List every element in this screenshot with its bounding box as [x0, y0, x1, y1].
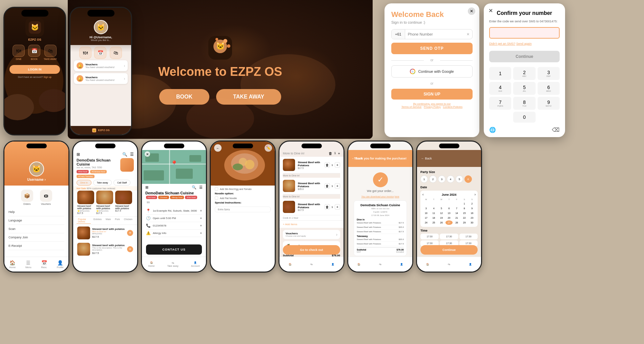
- takeaway-icon[interactable]: 🛍: [44, 45, 57, 57]
- back-btn-thanks[interactable]: ← Back: [352, 157, 362, 160]
- cal-day-26[interactable]: 26: [438, 220, 445, 225]
- plus-icon-1[interactable]: +: [338, 151, 340, 155]
- popular-item-2[interactable]: Stewed beef with potatos This is the des…: [73, 241, 137, 257]
- cat-main[interactable]: Main: [104, 217, 112, 224]
- send-otp-button[interactable]: SEND OTP: [391, 43, 473, 54]
- back-button-food[interactable]: ←: [214, 144, 222, 152]
- qty-minus-3[interactable]: 🗑: [325, 204, 330, 210]
- key-4[interactable]: 4GHI: [489, 82, 511, 95]
- cal-day-16[interactable]: 16: [468, 211, 476, 215]
- nav-home-2[interactable]: 🏠Home: [148, 261, 155, 267]
- cat-popular[interactable]: Popular Dishes: [77, 217, 91, 224]
- menu-help[interactable]: Help: [8, 208, 64, 216]
- cal-day-1[interactable]: 1: [461, 201, 468, 206]
- add-icon-2[interactable]: +: [200, 216, 202, 220]
- key-5[interactable]: 5JKL: [513, 82, 535, 95]
- search-icon[interactable]: 🔍: [122, 152, 127, 157]
- cal-day-9[interactable]: 9: [468, 206, 476, 211]
- key-6[interactable]: 6MNO: [538, 82, 560, 95]
- menu-language[interactable]: Language: [8, 216, 64, 225]
- add-icon[interactable]: +: [200, 209, 202, 213]
- cal-day-12[interactable]: 12: [438, 211, 445, 215]
- grid-icon[interactable]: ⊞: [77, 152, 80, 157]
- party-1[interactable]: 1: [420, 175, 428, 183]
- menu-company[interactable]: Company Join: [8, 233, 64, 242]
- cal-day-18[interactable]: 18: [430, 216, 438, 220]
- key-7[interactable]: 7PQRS: [489, 97, 511, 110]
- cal-day-15[interactable]: 15: [461, 211, 468, 215]
- edit-icon[interactable]: ✏️: [265, 144, 272, 152]
- trash-icon[interactable]: 🗑: [329, 151, 332, 155]
- profile-username[interactable]: Username ›: [27, 178, 45, 181]
- noodle-checkbox[interactable]: [215, 196, 218, 200]
- cal-day-2[interactable]: 2: [468, 201, 476, 206]
- vouchers-action[interactable]: 🎟 Vouchers: [40, 190, 52, 205]
- menu-scan[interactable]: Scan: [8, 225, 64, 233]
- nav-account-thanks[interactable]: 👤: [400, 263, 403, 266]
- cal-day-11[interactable]: 11: [430, 211, 438, 215]
- search-icon-info[interactable]: 🔍: [192, 185, 196, 190]
- qty-plus-3[interactable]: +: [335, 204, 340, 210]
- key-8[interactable]: 8TUV: [513, 97, 535, 110]
- egg-checkbox[interactable]: [215, 187, 218, 191]
- phone-input[interactable]: [405, 29, 464, 39]
- add-item-btn[interactable]: +: [127, 230, 133, 236]
- nav-home-booking[interactable]: 🏠: [426, 263, 429, 266]
- cal-day-24[interactable]: 24: [422, 220, 430, 225]
- time-1730-3[interactable]: 17:30: [459, 234, 478, 239]
- add-egg-option[interactable]: Add Stir-fired Egg and Tomato: [215, 187, 271, 191]
- map-close[interactable]: ✕: [145, 151, 150, 157]
- dine-icon[interactable]: 🍽: [13, 45, 25, 57]
- cal-day-21[interactable]: 21: [453, 216, 460, 220]
- back-button[interactable]: ✕: [489, 7, 493, 14]
- nav-bag-thanks[interactable]: 🛍: [379, 263, 381, 265]
- key-1[interactable]: 1: [489, 67, 511, 80]
- cat-pork[interactable]: Pork: [113, 217, 121, 224]
- otp-input[interactable]: [489, 27, 560, 39]
- dine-icon-2[interactable]: 🍽: [79, 47, 91, 59]
- nav-account-booking[interactable]: 👤: [469, 263, 472, 266]
- checkout-button[interactable]: Go to check out: [283, 245, 340, 255]
- add-icon-4[interactable]: +: [200, 231, 202, 235]
- orders-action[interactable]: 📦 Orders: [21, 190, 33, 205]
- takeaway-tab[interactable]: Take away: [93, 180, 112, 186]
- signup-link[interactable]: Sign up: [43, 76, 51, 78]
- menu-icon-2[interactable]: ☰: [130, 152, 134, 157]
- contact-us-button[interactable]: CONTACT US: [146, 244, 202, 255]
- call-staff-btn[interactable]: Call Staff: [113, 180, 130, 186]
- voucher-card-2[interactable]: 🔔 Vouchers You have unused vouchers! ›: [74, 73, 128, 84]
- cal-day-22[interactable]: 22: [461, 216, 468, 220]
- nav-reservations[interactable]: 📅 Resv.: [41, 260, 47, 268]
- cal-day-25[interactable]: 25: [430, 220, 438, 225]
- nav-takeaway[interactable]: 🛍Take away: [167, 262, 179, 267]
- qty-minus-2[interactable]: 🗑: [325, 183, 330, 189]
- qty-plus-1[interactable]: +: [335, 162, 340, 168]
- menu-icon-info[interactable]: ☰: [199, 185, 203, 190]
- voucher-section[interactable]: Vouchers Choose one and apply ›: [283, 230, 340, 239]
- cal-day-3[interactable]: 3: [422, 206, 430, 211]
- key-9[interactable]: 9WXYZ: [538, 97, 560, 110]
- hot-item-2[interactable]: Stewed beef with potatos ⭐98%(1002) $17.…: [96, 191, 113, 214]
- nav-home-cart[interactable]: 🏠: [289, 263, 292, 266]
- nav-menu[interactable]: ☰ Menu: [25, 260, 32, 268]
- back-btn-booking[interactable]: ← Back: [421, 157, 432, 160]
- prev-month[interactable]: ‹: [422, 193, 423, 196]
- party-3[interactable]: 3: [438, 175, 445, 183]
- cal-day-29[interactable]: 29: [461, 220, 468, 225]
- cal-day-7[interactable]: 7: [453, 206, 460, 211]
- google-signin-button[interactable]: G Continue with Google: [391, 65, 473, 78]
- globe-icon[interactable]: 🌐: [489, 127, 496, 133]
- key-2[interactable]: 2ABC: [513, 67, 535, 80]
- cal-day-30[interactable]: 30: [468, 220, 476, 225]
- cal-day-17[interactable]: 17: [422, 216, 430, 220]
- cal-day-13[interactable]: 13: [445, 211, 453, 215]
- cal-day-10[interactable]: 10: [422, 211, 430, 215]
- nav-bag-booking[interactable]: 🛍: [448, 263, 450, 265]
- key-0[interactable]: 0: [513, 112, 535, 123]
- hot-item-3[interactable]: Stewed beef with potatos $17.5: [115, 191, 132, 214]
- popular-item-1[interactable]: Stewed beef with potatos Mins to Dine in…: [73, 225, 137, 241]
- continue-button[interactable]: Continue: [489, 51, 560, 62]
- cal-day-19[interactable]: 19: [438, 216, 445, 220]
- add-item-btn-2[interactable]: +: [127, 246, 133, 252]
- add-items-link[interactable]: + Add Items: [279, 220, 344, 228]
